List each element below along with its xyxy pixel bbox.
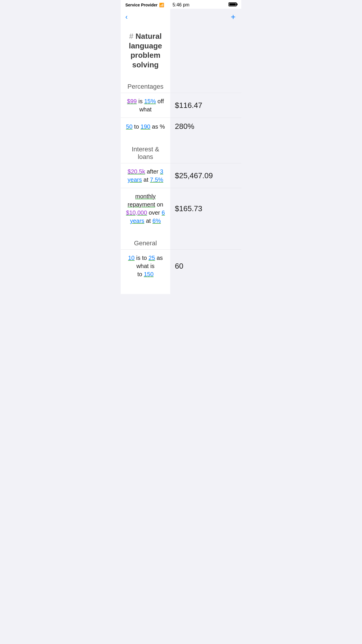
title-row: # Natural language problem solving — [121, 25, 241, 72]
percent-expr-2: 50 to 190 as % — [121, 118, 170, 135]
i2-text3: over — [149, 209, 161, 216]
general-header: General — [121, 234, 170, 249]
i2-text1: monthly repayment — [128, 193, 156, 208]
i1-val1: $20.5k — [128, 168, 145, 175]
g1-text3: to — [137, 271, 144, 277]
percent-expr-1: $99 is 15% off what — [121, 93, 170, 118]
percent-result-2: 280% — [170, 118, 241, 135]
general-row-1: 10 is to 25 as what is to 150 60 — [121, 249, 241, 282]
status-time: 5:46 pm — [173, 2, 189, 8]
i2-val3: 6% — [152, 218, 161, 224]
percentages-header: Percentages — [121, 77, 170, 93]
battery-icon — [229, 2, 237, 6]
i1-val3: 7.5% — [150, 176, 164, 183]
interest-result-2: $165.73 — [170, 188, 241, 229]
p2-val1: 50 — [126, 123, 132, 130]
g1-val1: 10 — [128, 255, 135, 261]
i2-val1: $10,000 — [126, 209, 147, 216]
navigation-bar: ‹ + — [121, 9, 241, 25]
interest-expr-2: monthly repayment on $10,000 over 6 year… — [121, 188, 170, 229]
general-section: General — [121, 234, 241, 249]
i1-text2: at — [143, 176, 150, 183]
p1-val2: 15% — [144, 98, 156, 104]
interest-expr-1: $20.5k after 3 years at 7.5% — [121, 163, 170, 188]
general-expr-1: 10 is to 25 as what is to 150 — [121, 250, 170, 282]
p2-val2: 190 — [140, 123, 150, 130]
g1-text1: is to — [136, 255, 148, 261]
interest-row-2: monthly repayment on $10,000 over 6 year… — [121, 188, 241, 229]
percent-row-1: $99 is 15% off what $116.47 — [121, 93, 241, 118]
percentages-section: Percentages — [121, 77, 241, 93]
add-button[interactable]: + — [230, 11, 237, 23]
hash-symbol: # — [129, 32, 133, 41]
percent-row-2: 50 to 190 as % 280% — [121, 118, 241, 135]
interest-result-1: $25,467.09 — [170, 163, 241, 188]
battery-container — [229, 2, 237, 8]
g1-val3: 150 — [144, 271, 153, 277]
i1-text1: after — [147, 168, 160, 175]
back-button[interactable]: ‹ — [124, 12, 129, 22]
percent-result-1: $116.47 — [170, 93, 241, 118]
status-provider: Service Provider 📶 — [125, 3, 164, 7]
interest-section: Interest & loans — [121, 140, 241, 163]
p1-val1: $99 — [127, 98, 137, 104]
interest-header: Interest & loans — [121, 140, 170, 163]
general-result-1: 60 — [170, 250, 241, 282]
title-text: Natural language problem solving — [129, 32, 162, 69]
p2-text2: as % — [152, 123, 165, 130]
g1-val2: 25 — [149, 255, 155, 261]
i2-text4: at — [146, 218, 152, 224]
p2-text1: to — [134, 123, 140, 130]
page-title: # Natural language problem solving — [125, 32, 166, 69]
interest-row-1: $20.5k after 3 years at 7.5% $25,467.09 — [121, 163, 241, 188]
wifi-icon: 📶 — [159, 3, 164, 7]
p1-text1: is — [138, 98, 144, 104]
i2-text2: on — [157, 201, 163, 208]
